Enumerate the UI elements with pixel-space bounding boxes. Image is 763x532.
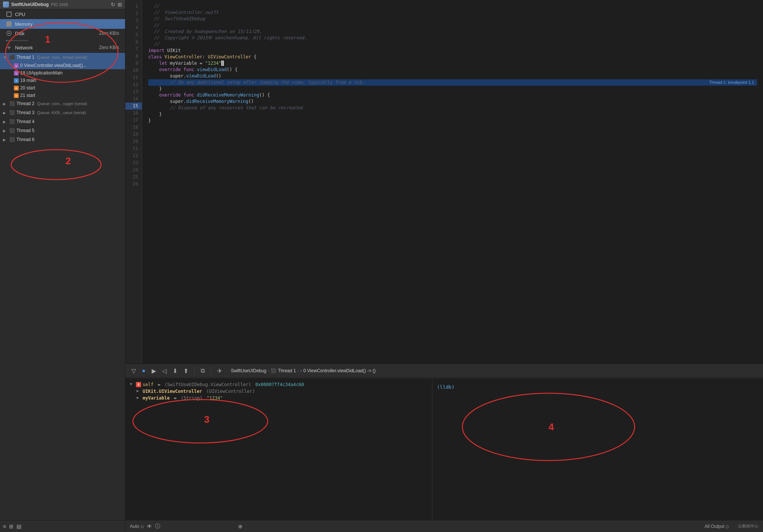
resource-cpu[interactable]: CPU <box>0 9 125 19</box>
frame-21-item[interactable]: ⚙ 21 start <box>0 92 125 99</box>
info-icon[interactable]: ⓘ <box>155 523 160 530</box>
code-line-16: } <box>148 86 757 92</box>
code-line-13: override func viewDidLoad() { <box>148 67 757 73</box>
frame-20-label: 20 start <box>20 85 35 91</box>
annotation-label-2: 2 <box>66 155 71 167</box>
line-num-4: 4 <box>125 24 142 31</box>
line-num-14: 14 <box>125 95 142 103</box>
frame-18-icon: V <box>13 70 19 76</box>
thread-4-item[interactable]: ▶ ⬛ Thread 4 <box>0 117 125 126</box>
disk-label: Disk <box>15 31 96 36</box>
thread-6-expand-icon[interactable]: ▶ <box>3 138 7 142</box>
toolbar-btn-stepinto[interactable]: ◁ <box>161 367 168 375</box>
frame-20-icon: ⚙ <box>13 85 19 91</box>
thread-1-expand-icon[interactable]: ▼ <box>3 55 7 59</box>
line-num-26: 26 <box>125 181 142 188</box>
code-line-4: // <box>148 22 757 28</box>
thread-6-item[interactable]: ▶ ⬛ Thread 6 <box>0 135 125 144</box>
line-num-22: 22 <box>125 152 142 159</box>
toolbar-btn-layout[interactable]: ⧉ <box>199 367 206 375</box>
all-output-label[interactable]: All Output ◇ <box>705 524 729 529</box>
thread-1-item[interactable]: ▼ ⬛ Thread 1 Queue: com...hread (serial) <box>0 53 125 62</box>
line-num-13: 13 <box>125 88 142 95</box>
network-value: Zero KB/s <box>99 45 119 50</box>
thread-2-item[interactable]: ▶ ⬛ Thread 2 Queue: com...nager (serial) <box>0 99 125 108</box>
frame-18-item[interactable]: V 18 UIApplicationMain <box>0 69 125 77</box>
disk-value: Zero KB/s <box>99 31 119 36</box>
var-self-icon: A <box>136 382 141 387</box>
code-line-9: import UIKit <box>148 48 757 54</box>
toolbar-btn-share[interactable]: ✈ <box>216 367 224 375</box>
network-label: Network <box>15 45 96 51</box>
thread-6-icon: ⬛ <box>9 137 15 143</box>
code-line-21: } <box>148 111 757 117</box>
sidebar-bottom-icon2[interactable]: ⊞ <box>9 523 13 529</box>
frame-20-item[interactable]: ⚙ 20 start <box>0 84 125 92</box>
thread-5-item[interactable]: ▶ ⬛ Thread 5 <box>0 126 125 135</box>
code-content: // // ViewController.swift // SwiftUseUI… <box>142 0 763 364</box>
code-line-18: override func didReceiveMemoryWarning() … <box>148 92 757 98</box>
var-uikit-expand[interactable]: ▶ <box>137 389 141 393</box>
thread-2-expand-icon[interactable]: ▶ <box>3 102 7 106</box>
sidebar-bottom-icon1[interactable]: ≡ <box>3 523 6 529</box>
frame-19-icon: f <box>13 78 19 83</box>
thread-3-item[interactable]: ▶ ⬛ Thread 3 Queue: AXB...ueue (serial) <box>0 108 125 117</box>
frame-breadcrumb-icon: ▪ <box>300 369 302 373</box>
eye-icon[interactable]: 👁 <box>147 523 152 529</box>
line-num-16: 16 <box>125 110 142 117</box>
line-num-9: 9 <box>125 60 142 67</box>
svg-text:⚙: ⚙ <box>15 86 18 90</box>
refresh-icon[interactable]: ↻ <box>111 1 115 7</box>
process-title: SwiftUseUIDebug <box>11 2 49 7</box>
var-self[interactable]: ▼ A self = (SwiftUseUIDebug.ViewControll… <box>125 381 432 388</box>
var-myvariable-name: myVariable <box>143 395 170 401</box>
bottom-toolbar-left: Auto ◇ 👁 ⓘ ⊕ <box>130 523 705 530</box>
var-myvariable-expand[interactable]: ▶ <box>137 395 141 400</box>
var-myvariable[interactable]: ▶ myVariable = (String) "1234" <box>125 395 432 401</box>
sidebar-bottom-icon3[interactable]: ▤ <box>16 523 21 529</box>
thread-3-expand-icon[interactable]: ▶ <box>3 111 7 115</box>
editor-area: 1 2 3 4 5 6 7 8 9 10 11 12 13 14 15 16 1 <box>125 0 763 364</box>
thread-5-expand-icon[interactable]: ▶ <box>3 129 7 133</box>
thread-4-expand-icon[interactable]: ▶ <box>3 120 7 124</box>
resource-network[interactable]: Network Zero KB/s <box>0 43 125 52</box>
bottom-toolbar-right: All Output ◇ 云教程中心 <box>705 523 759 529</box>
var-myvariable-op: = <box>171 395 179 401</box>
frame-19-item[interactable]: f 19 main <box>0 77 125 84</box>
annotation-circle-2 <box>7 146 112 183</box>
toolbar-btn-stepup[interactable]: ⬆ <box>182 367 190 375</box>
thread-1-icon: ⬛ <box>9 54 15 60</box>
var-self-op: = <box>155 382 163 387</box>
resource-disk[interactable]: Disk Zero KB/s <box>0 29 125 43</box>
toolbar-separator-2 <box>211 367 211 374</box>
line-num-21: 21 <box>125 145 142 152</box>
toolbar-btn-stepdown[interactable]: ⬇ <box>171 367 179 375</box>
var-self-expand[interactable]: ▼ <box>130 382 134 386</box>
breadcrumb: SwiftUseUIDebug › ⬛ Thread 1 › ▪ 0 ViewC… <box>231 368 376 373</box>
process-icons: ↻ ⊞ <box>111 1 122 7</box>
bottom-toolbar: Auto ◇ 👁 ⓘ ⊕ All Output ◇ 云教程中心 <box>125 520 763 532</box>
var-self-type: (SwiftUseUIDebug.ViewController) <box>165 382 251 387</box>
toolbar-btn-hide[interactable]: ▽ <box>130 367 137 375</box>
disk-progress-bar <box>6 40 7 41</box>
toolbar-btn-continue[interactable]: ● <box>140 367 147 375</box>
thread-4-icon: ⬛ <box>9 119 15 125</box>
process-pid: PID 1668 <box>51 2 68 7</box>
resource-memory[interactable]: Memory <box>0 19 125 29</box>
frame-0-item[interactable]: V 0 ViewController.viewDidLoad()... <box>0 62 125 69</box>
line-num-18: 18 <box>125 124 142 131</box>
auto-label[interactable]: Auto ◇ <box>130 524 144 529</box>
code-line-12: let myVariable = "1234"| <box>148 60 757 67</box>
thread-5-label: Thread 5 <box>16 128 34 133</box>
input-icon[interactable]: ⊕ <box>238 523 243 529</box>
toolbar-btn-stepover[interactable]: ▶ <box>150 367 158 375</box>
line-num-7: 7 <box>125 46 142 53</box>
line-num-17: 17 <box>125 117 142 124</box>
cpu-icon <box>6 11 12 17</box>
thread-6-label: Thread 6 <box>16 137 34 142</box>
var-uikit[interactable]: ▶ UIKit.UIViewController (UIViewControll… <box>125 388 432 395</box>
variables-content: ▼ A self = (SwiftUseUIDebug.ViewControll… <box>125 378 432 520</box>
svg-text:V: V <box>15 64 17 67</box>
line-num-2: 2 <box>125 10 142 17</box>
layout-icon[interactable]: ⊞ <box>118 1 122 7</box>
